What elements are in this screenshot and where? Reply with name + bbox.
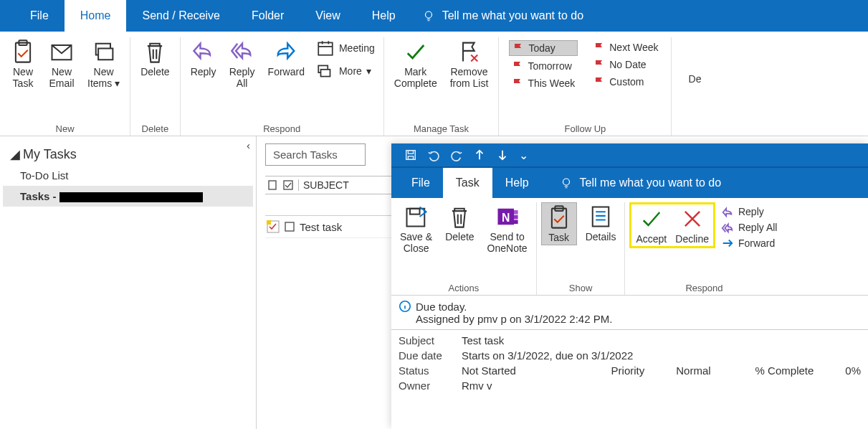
accept-check-icon [639, 206, 664, 232]
tab-home[interactable]: Home [65, 0, 127, 32]
tab-file[interactable]: File [14, 0, 65, 32]
tab-help[interactable]: Help [356, 0, 411, 32]
svg-rect-6 [318, 42, 333, 55]
popup-tab-file[interactable]: File [399, 168, 443, 198]
reply-all-button[interactable]: Reply All [225, 37, 259, 90]
flag-x-icon [457, 39, 482, 65]
lightbulb-icon [422, 9, 435, 22]
followup-this-week-button[interactable]: This Week [509, 76, 578, 90]
tab-send-receive[interactable]: Send / Receive [126, 0, 236, 32]
svg-rect-14 [406, 151, 416, 160]
task-fields: Subject Test task Due date Starts on 3/1… [391, 330, 868, 396]
field-value-status: Not Started [462, 364, 516, 377]
task-subject: Test task [300, 221, 342, 233]
flag-icon [593, 59, 605, 70]
field-value-due-date: Starts on 3/1/2022, due on 3/1/2022 [462, 349, 633, 362]
info-bar: Due today. Assigned by pmv p on 3/1/2022… [391, 296, 868, 330]
popup-forward-button[interactable]: Forward [721, 237, 777, 250]
field-label-due-date: Due date [399, 349, 450, 362]
nav-todo-list[interactable]: To-Do List [3, 165, 253, 186]
forward-arrow-icon [721, 237, 734, 250]
popup-group-respond: Respond [629, 281, 778, 295]
previous-qat-icon[interactable] [473, 148, 486, 161]
meeting-button[interactable]: Meeting [313, 37, 378, 59]
attachment-column-icon [267, 179, 278, 191]
nav-tasks-folder[interactable]: Tasks - [3, 186, 253, 207]
unchecked-box-icon[interactable] [284, 221, 295, 232]
tell-me-search[interactable]: Tell me what you want to do [422, 9, 583, 22]
accept-button[interactable]: Accept [631, 204, 671, 246]
field-value-owner: Rmv v [462, 380, 492, 392]
field-label-subject: Subject [399, 334, 450, 346]
popup-reply-button[interactable]: Reply [721, 205, 777, 218]
svg-rect-12 [267, 220, 271, 225]
undo-qat-icon[interactable] [427, 148, 440, 161]
trash-icon [142, 39, 168, 65]
tell-me-label: Tell me what you want to do [442, 9, 583, 22]
reply-button[interactable]: Reply [186, 37, 221, 79]
next-qat-icon[interactable] [496, 148, 509, 161]
svg-rect-8 [320, 70, 330, 77]
new-task-button[interactable]: New Task [6, 37, 40, 90]
field-value-pct-complete: 0% [845, 364, 861, 377]
group-label-delete: Delete [136, 122, 173, 136]
save-close-button[interactable]: Save & Close [396, 202, 437, 255]
reply-all-icon [229, 39, 255, 65]
redo-qat-icon[interactable] [450, 148, 463, 161]
svg-rect-15 [408, 151, 413, 154]
clipboard-check-icon [546, 204, 572, 230]
delete-button[interactable]: Delete [136, 37, 173, 79]
forward-icon [273, 39, 299, 65]
navigation-pane: ‹ ◢ My Tasks To-Do List Tasks - [0, 136, 257, 429]
popup-tell-me-search[interactable]: Tell me what you want to do [560, 176, 721, 189]
followup-today-button[interactable]: Today [509, 40, 578, 56]
popup-tab-task[interactable]: Task [443, 168, 492, 198]
followup-no-date-button[interactable]: No Date [591, 57, 661, 72]
popup-reply-all-button[interactable]: Reply All [721, 221, 777, 234]
envelope-icon [49, 39, 75, 65]
nav-header-my-tasks[interactable]: ◢ My Tasks [3, 143, 253, 165]
svg-rect-23 [514, 215, 518, 220]
followup-next-week-button[interactable]: Next Week [591, 40, 661, 55]
save-close-icon [404, 204, 429, 230]
tab-folder[interactable]: Folder [236, 0, 300, 32]
forward-button[interactable]: Forward [264, 37, 309, 79]
search-tasks-input[interactable]: Search Tasks [265, 143, 366, 166]
field-value-priority: Normal [676, 364, 710, 377]
followup-custom-button[interactable]: Custom [591, 75, 661, 89]
reply-all-icon [721, 221, 734, 234]
popup-group-actions: Actions [396, 281, 532, 295]
collapse-nav-button[interactable]: ‹ [247, 139, 250, 151]
info-icon [399, 300, 411, 313]
subject-column-label: SUBJECT [298, 179, 349, 191]
popup-delete-button[interactable]: Delete [441, 202, 478, 244]
show-details-button[interactable]: Details [581, 202, 621, 244]
truncated-button[interactable]: De [677, 37, 712, 86]
svg-rect-16 [408, 156, 413, 160]
complete-column-icon [282, 179, 294, 191]
reply-icon [191, 39, 216, 65]
expand-caret-icon: ◢ [10, 146, 20, 162]
decline-button[interactable]: Decline [671, 204, 713, 246]
svg-point-17 [563, 179, 569, 185]
show-task-button[interactable]: Task [541, 202, 577, 245]
field-label-pct-complete: % Complete [755, 364, 814, 377]
qat-customize-icon[interactable]: ⌄ [519, 148, 528, 162]
remove-from-list-button[interactable]: Remove from List [446, 37, 493, 90]
popup-group-show: Show [541, 281, 621, 295]
tab-view[interactable]: View [300, 0, 356, 32]
svg-rect-13 [285, 222, 294, 231]
followup-tomorrow-button[interactable]: Tomorrow [509, 59, 578, 73]
send-to-onenote-button[interactable]: N Send to OneNote [483, 202, 532, 255]
more-button[interactable]: More ▾ [313, 60, 378, 82]
field-value-subject: Test task [462, 334, 504, 346]
flag-icon [593, 76, 605, 88]
new-items-button[interactable]: New Items ▾ [83, 37, 124, 90]
flag-icon [512, 42, 524, 54]
new-email-button[interactable]: New Email [44, 37, 79, 90]
field-label-priority: Priority [611, 364, 645, 377]
quick-access-toolbar: ⌄ [391, 143, 868, 168]
mark-complete-button[interactable]: Mark Complete [390, 37, 442, 90]
popup-tab-help[interactable]: Help [492, 168, 542, 198]
save-qat-icon[interactable] [404, 148, 417, 161]
